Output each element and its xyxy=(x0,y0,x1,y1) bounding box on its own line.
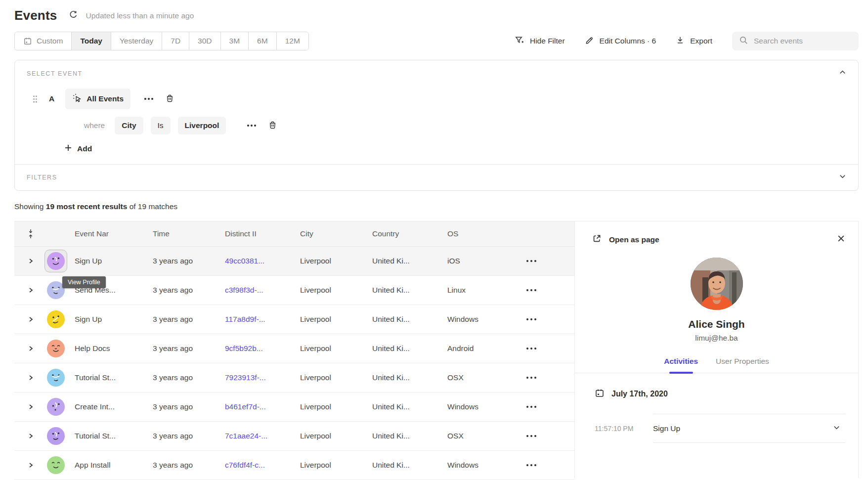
date-range-6m[interactable]: 6M xyxy=(249,32,277,50)
plus-icon xyxy=(64,144,72,154)
column-header-os[interactable]: OS xyxy=(447,229,518,238)
filters-section[interactable]: FILTERS xyxy=(15,165,858,190)
results-suffix: of 19 matches xyxy=(130,202,177,211)
filter-plus-icon xyxy=(514,35,524,47)
collapse-rows-icon[interactable] xyxy=(14,229,47,239)
column-header-country[interactable]: Country xyxy=(372,229,447,238)
column-header-city[interactable]: City xyxy=(300,229,372,238)
activity-time: 11:57:10 PM xyxy=(575,425,653,433)
activity-event-label: Sign Up xyxy=(653,424,680,433)
edit-columns-button[interactable]: Edit Columns · 6 xyxy=(585,36,656,47)
column-header-event[interactable]: Event Nar xyxy=(75,229,153,238)
expand-row-chevron[interactable] xyxy=(14,404,47,410)
user-avatar[interactable] xyxy=(47,252,65,270)
date-range-7d[interactable]: 7D xyxy=(162,32,189,50)
search-input[interactable] xyxy=(754,37,852,45)
page-header: Events Updated less than a minute ago xyxy=(0,0,868,23)
table-row[interactable]: Sign Up 3 years ago 49cc0381... Liverpoo… xyxy=(14,247,574,276)
cell-os: iOS xyxy=(447,257,518,265)
cell-distinct-id[interactable]: c3f98f3d-... xyxy=(225,286,300,295)
cell-distinct-id[interactable]: 7c1aae24-... xyxy=(225,432,300,440)
column-header-time[interactable]: Time xyxy=(153,229,225,238)
delete-filter-button[interactable] xyxy=(268,120,277,131)
user-avatar[interactable] xyxy=(47,456,65,474)
search-icon xyxy=(739,36,748,47)
refresh-button[interactable] xyxy=(68,10,79,21)
row-more-button[interactable] xyxy=(518,289,574,291)
add-event-button[interactable]: Add xyxy=(64,144,858,154)
where-clause-row: where City Is Liverpool xyxy=(84,117,858,134)
cell-distinct-id[interactable]: 9cf5b92b... xyxy=(225,344,300,353)
expand-row-chevron[interactable] xyxy=(14,258,47,264)
table-row[interactable]: Sign Up 3 years ago 117a8d9f-... Liverpo… xyxy=(14,305,574,334)
hide-filter-button[interactable]: Hide Filter xyxy=(514,35,565,47)
delete-event-button[interactable] xyxy=(165,93,174,105)
expand-row-chevron[interactable] xyxy=(14,316,47,322)
filter-property-chip[interactable]: City xyxy=(115,117,143,134)
cell-distinct-id[interactable]: 7923913f-... xyxy=(225,373,300,382)
event-selector-chip[interactable]: All Events xyxy=(65,88,130,109)
expand-row-chevron[interactable] xyxy=(14,433,47,439)
pencil-icon xyxy=(585,36,594,47)
row-more-button[interactable] xyxy=(518,260,574,262)
table-row[interactable]: App Install 3 years ago c76fdf4f-c... Li… xyxy=(14,451,574,480)
user-avatar[interactable] xyxy=(47,398,65,416)
row-more-button[interactable] xyxy=(518,464,574,466)
cell-country: United Ki... xyxy=(372,344,447,353)
date-range-yesterday[interactable]: Yesterday xyxy=(111,32,162,50)
table-row[interactable]: Create Int... 3 years ago b461ef7d-... L… xyxy=(14,393,574,422)
cell-time: 3 years ago xyxy=(153,344,225,353)
cell-event: Tutorial St... xyxy=(75,432,153,440)
drag-handle-icon[interactable] xyxy=(32,95,38,103)
event-more-button[interactable] xyxy=(144,98,153,100)
table-row[interactable]: Tutorial St... 3 years ago 7c1aae24-... … xyxy=(14,422,574,451)
expand-row-chevron[interactable] xyxy=(14,375,47,381)
page-title: Events xyxy=(14,8,57,23)
date-range-label: Today xyxy=(80,37,102,45)
cell-city: Liverpool xyxy=(300,432,372,440)
row-more-button[interactable] xyxy=(518,377,574,379)
filter-value-chip[interactable]: Liverpool xyxy=(178,117,226,134)
activity-entry: 11:57:10 PM Sign Up xyxy=(575,414,858,443)
cell-distinct-id[interactable]: 117a8d9f-... xyxy=(225,315,300,324)
user-avatar[interactable] xyxy=(47,310,65,328)
filter-operator-chip[interactable]: Is xyxy=(151,117,171,134)
filters-label: FILTERS xyxy=(27,174,57,181)
date-range-3m[interactable]: 3M xyxy=(221,32,249,50)
expand-row-chevron[interactable] xyxy=(14,346,47,351)
date-range-label: Custom xyxy=(37,37,63,45)
table-row[interactable]: Tutorial St... 3 years ago 7923913f-... … xyxy=(14,363,574,393)
user-avatar[interactable] xyxy=(47,369,65,387)
date-range-custom[interactable]: Custom xyxy=(15,32,72,50)
row-more-button[interactable] xyxy=(518,406,574,408)
table-row[interactable]: Help Docs 3 years ago 9cf5b92b... Liverp… xyxy=(14,334,574,363)
expand-row-chevron[interactable] xyxy=(14,462,47,468)
cell-country: United Ki... xyxy=(372,286,447,295)
user-avatar[interactable] xyxy=(47,340,65,357)
collapse-section-button[interactable] xyxy=(839,69,846,78)
event-selector-label: All Events xyxy=(87,94,124,103)
user-avatar[interactable] xyxy=(47,427,65,445)
tab-activities[interactable]: Activities xyxy=(664,357,698,373)
events-table: Event Nar Time Distinct II City Country … xyxy=(14,221,574,478)
open-as-page-label: Open as page xyxy=(609,235,659,244)
open-as-page-button[interactable]: Open as page xyxy=(592,233,659,246)
date-range-30d[interactable]: 30D xyxy=(189,32,220,50)
activity-event-row[interactable]: Sign Up xyxy=(653,414,845,443)
cell-country: United Ki... xyxy=(372,315,447,324)
expand-filters-button[interactable] xyxy=(839,173,846,182)
expand-row-chevron[interactable] xyxy=(14,287,47,293)
cell-distinct-id[interactable]: c76fdf4f-c... xyxy=(225,461,300,470)
date-range-12m[interactable]: 12M xyxy=(277,32,308,50)
row-more-button[interactable] xyxy=(518,348,574,349)
date-range-today[interactable]: Today xyxy=(72,32,111,50)
row-more-button[interactable] xyxy=(518,435,574,437)
tab-user-properties[interactable]: User Properties xyxy=(716,357,769,373)
column-header-distinct-id[interactable]: Distinct II xyxy=(225,229,300,238)
row-more-button[interactable] xyxy=(518,318,574,320)
filter-more-button[interactable] xyxy=(247,125,256,127)
export-button[interactable]: Export xyxy=(676,36,712,46)
cell-distinct-id[interactable]: 49cc0381... xyxy=(225,257,300,265)
cell-distinct-id[interactable]: b461ef7d-... xyxy=(225,402,300,411)
close-panel-button[interactable] xyxy=(837,234,845,245)
